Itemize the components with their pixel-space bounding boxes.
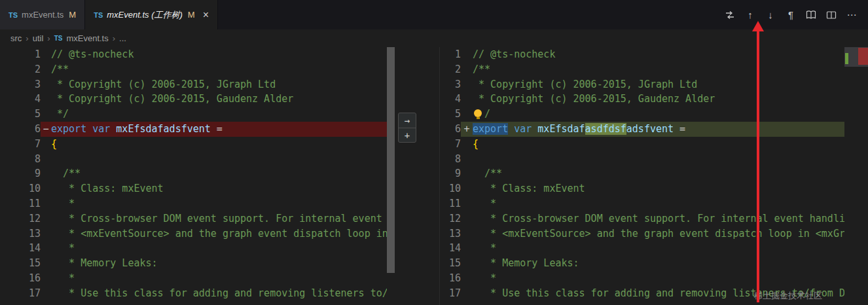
code-text: * bbox=[473, 271, 844, 286]
code-line[interactable]: 13 * <mxEventSource> and the graph event… bbox=[440, 226, 844, 242]
diff-plus-button[interactable]: + bbox=[399, 128, 416, 142]
scrollbar-thumb[interactable] bbox=[387, 47, 395, 273]
diff-sign bbox=[41, 62, 51, 77]
code-line[interactable]: 8 bbox=[440, 152, 844, 167]
code-line[interactable]: 15 * Memory Leaks: bbox=[0, 256, 387, 271]
diff-sign bbox=[41, 211, 51, 226]
diff-sign bbox=[41, 152, 51, 167]
line-number: 7 bbox=[440, 137, 461, 152]
breadcrumb-item[interactable]: mxEvent.ts bbox=[66, 33, 108, 43]
diff-sign bbox=[461, 77, 473, 92]
diff-sign bbox=[41, 92, 51, 107]
breadcrumb-item[interactable]: util bbox=[33, 33, 44, 43]
typescript-icon: TS bbox=[9, 11, 18, 19]
code-line[interactable]: 14 * bbox=[0, 241, 387, 256]
breadcrumb-separator: › bbox=[47, 33, 50, 43]
code-line[interactable]: 6+export var mxEfsdafasdfdsfadsfvent = bbox=[440, 122, 844, 137]
code-line[interactable]: 8 bbox=[0, 152, 387, 167]
code-line[interactable]: 16 * bbox=[0, 271, 387, 286]
next-change-button[interactable]: ↓ bbox=[763, 8, 778, 22]
code-text: // @ts-nocheck bbox=[51, 47, 387, 62]
code-text bbox=[51, 152, 387, 167]
line-number: 14 bbox=[440, 241, 461, 256]
code-line[interactable]: 2/** bbox=[440, 62, 844, 77]
overview-ruler[interactable] bbox=[844, 47, 868, 67]
code-text: */ bbox=[51, 107, 387, 122]
line-number: 4 bbox=[440, 92, 461, 107]
tab-mxevent-working-tree[interactable]: TS mxEvent.ts (工作树) M × bbox=[85, 0, 218, 29]
diff-sign bbox=[461, 92, 473, 107]
code-line[interactable]: 10 * Class: mxEvent bbox=[0, 181, 387, 196]
code-line[interactable]: 5/ bbox=[440, 107, 844, 122]
code-line[interactable]: 16 * bbox=[440, 271, 844, 286]
overview-added-mark bbox=[845, 53, 848, 64]
diff-sign bbox=[41, 196, 51, 211]
code-line[interactable]: 1// @ts-nocheck bbox=[0, 47, 387, 62]
line-number: 2 bbox=[0, 62, 41, 77]
code-line[interactable]: 2/** bbox=[0, 62, 387, 77]
code-line[interactable]: 14 * bbox=[440, 241, 844, 256]
modified-editor[interactable]: 1// @ts-nocheck2/**3 * Copyright (c) 200… bbox=[439, 47, 868, 305]
diff-copy-arrow-button[interactable]: → bbox=[399, 113, 416, 128]
diff-sign bbox=[461, 181, 473, 196]
diff-sign bbox=[461, 256, 473, 271]
code-line[interactable]: 1// @ts-nocheck bbox=[440, 47, 844, 62]
tab-mxevent[interactable]: TS mxEvent.ts M bbox=[0, 0, 85, 29]
code-line[interactable]: 15 * Memory Leaks: bbox=[440, 256, 844, 271]
code-line[interactable]: 6−export var mxEfsdafadsfvent = bbox=[0, 122, 387, 137]
code-line[interactable]: 7{ bbox=[0, 137, 387, 152]
code-line[interactable]: 9 /** bbox=[0, 166, 387, 181]
code-text: * <mxEventSource> and the graph event di… bbox=[473, 226, 844, 242]
code-line[interactable]: 10 * Class: mxEvent bbox=[440, 181, 844, 196]
code-line[interactable]: 3 * Copyright (c) 2006-2015, JGraph Ltd bbox=[0, 77, 387, 92]
diff-sign bbox=[461, 271, 473, 286]
watermark: 稀土掘金技术社区 bbox=[754, 290, 822, 302]
line-number: 3 bbox=[0, 77, 41, 92]
code-line[interactable]: 5 */ bbox=[0, 107, 387, 122]
diff-sign bbox=[41, 181, 51, 196]
code-line[interactable]: 12 * Cross-browser DOM event support. Fo… bbox=[0, 211, 387, 226]
code-text: * bbox=[473, 241, 844, 256]
code-line[interactable]: 4 * Copyright (c) 2006-2015, Gaudenz Ald… bbox=[440, 92, 844, 107]
breadcrumb-item[interactable]: src bbox=[10, 33, 22, 43]
code-text: export var mxEfsdafadsfvent = bbox=[51, 122, 387, 137]
code-text: { bbox=[473, 137, 844, 152]
whitespace-toggle-button[interactable]: ¶ bbox=[784, 8, 798, 22]
code-line[interactable]: 12 * Cross-browser DOM event support. Fo… bbox=[440, 211, 844, 226]
split-editor-button[interactable] bbox=[824, 8, 839, 22]
code-text: export var mxEfsdafasdfdsfadsfvent = bbox=[473, 122, 844, 137]
line-number: 12 bbox=[0, 211, 41, 226]
code-line[interactable]: 11 * bbox=[440, 196, 844, 211]
code-text: /** bbox=[51, 62, 387, 77]
line-number: 11 bbox=[440, 196, 461, 211]
tab-bar: TS mxEvent.ts M TS mxEvent.ts (工作树) M × … bbox=[0, 0, 868, 29]
diff-sign bbox=[461, 107, 473, 122]
code-line[interactable]: 11 * bbox=[0, 196, 387, 211]
code-text: * Class: mxEvent bbox=[51, 181, 387, 196]
code-line[interactable]: 9 /** bbox=[440, 166, 844, 181]
diff-sign bbox=[461, 152, 473, 167]
code-text: /** bbox=[51, 166, 387, 181]
code-text: * bbox=[51, 271, 387, 286]
diff-sign bbox=[461, 241, 473, 256]
code-line[interactable]: 13 * <mxEventSource> and the graph event… bbox=[0, 226, 387, 242]
lightbulb-icon[interactable] bbox=[473, 107, 484, 121]
diff-sign bbox=[41, 137, 51, 152]
breadcrumb-item[interactable]: ... bbox=[119, 33, 126, 43]
previous-change-button[interactable]: ↑ bbox=[743, 8, 757, 22]
line-number: 15 bbox=[0, 256, 41, 271]
more-actions-button[interactable]: ⋯ bbox=[844, 8, 859, 22]
book-icon[interactable] bbox=[804, 8, 818, 22]
code-text: * Memory Leaks: bbox=[51, 256, 387, 271]
code-line[interactable]: 4 * Copyright (c) 2006-2015, Gaudenz Ald… bbox=[0, 92, 387, 107]
original-editor[interactable]: 1// @ts-nocheck2/**3 * Copyright (c) 200… bbox=[0, 47, 395, 305]
open-changes-icon[interactable] bbox=[723, 8, 737, 22]
code-text: * Copyright (c) 2006-2015, JGraph Ltd bbox=[51, 77, 387, 92]
code-line[interactable]: 7{ bbox=[440, 137, 844, 152]
code-line[interactable]: 3 * Copyright (c) 2006-2015, JGraph Ltd bbox=[440, 77, 844, 92]
diff-sign bbox=[461, 226, 473, 242]
breadcrumb-separator: › bbox=[113, 33, 115, 43]
code-line[interactable]: 17 * Use this class for adding and remov… bbox=[0, 286, 387, 301]
close-icon[interactable]: × bbox=[203, 10, 209, 20]
left-scrollbar[interactable] bbox=[387, 47, 395, 305]
